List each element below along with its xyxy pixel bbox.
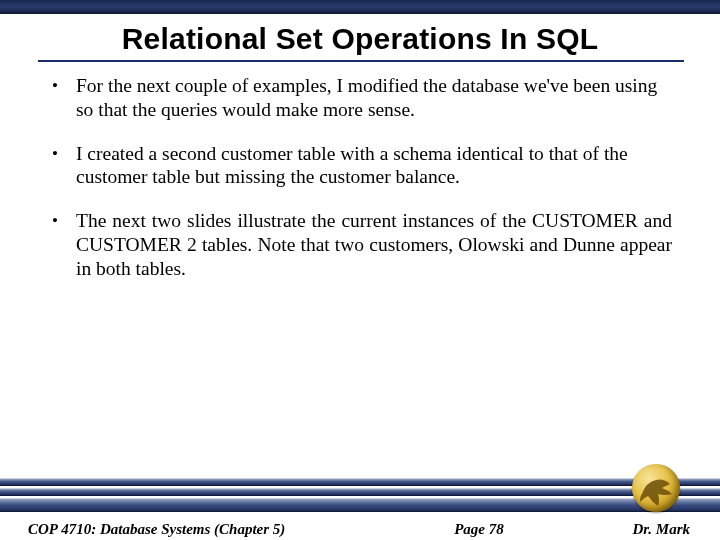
bullet-item: • The next two slides illustrate the cur… — [52, 209, 672, 280]
footer-accent-bars — [0, 478, 720, 510]
footer-course: COP 4710: Database Systems (Chapter 5) — [28, 521, 285, 538]
footer-bar — [0, 488, 720, 496]
bullet-item: • For the next couple of examples, I mod… — [52, 74, 672, 122]
top-accent-bar — [0, 0, 720, 14]
bullet-item: • I created a second customer table with… — [52, 142, 672, 190]
bullet-marker: • — [52, 74, 76, 122]
bullet-text: I created a second customer table with a… — [76, 142, 672, 190]
footer-bar — [0, 498, 720, 512]
bullet-marker: • — [52, 209, 76, 280]
pegasus-icon — [632, 464, 680, 512]
bullet-text: The next two slides illustrate the curre… — [76, 209, 672, 280]
bullet-marker: • — [52, 142, 76, 190]
footer-author: Dr. Mark — [632, 521, 690, 538]
ucf-pegasus-logo — [632, 464, 680, 512]
footer-bar — [0, 478, 720, 486]
slide-body: • For the next couple of examples, I mod… — [0, 62, 720, 280]
footer: COP 4710: Database Systems (Chapter 5) P… — [0, 521, 720, 538]
slide-title: Relational Set Operations In SQL — [0, 14, 720, 60]
footer-page: Page 78 — [285, 521, 632, 538]
bullet-text: For the next couple of examples, I modif… — [76, 74, 672, 122]
